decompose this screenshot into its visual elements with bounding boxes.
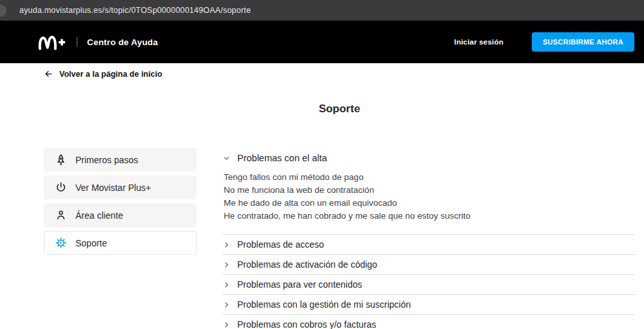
app-header: Centro de Ayuda Iniciar sesión SUSCRIBIR… (0, 21, 644, 63)
page-title: Soporte (44, 103, 635, 115)
sidebar-item-label: Área cliente (75, 210, 123, 221)
main-row: Primeros pasos Ver Movistar Plus+ Área c… (44, 148, 635, 329)
chevron-right-icon (222, 301, 231, 309)
accordion-row-label: Problemas con cobros y/o facturas (237, 319, 376, 329)
page-content: Volver a la página de inicio Soporte Pri… (0, 63, 644, 329)
sidebar: Primeros pasos Ver Movistar Plus+ Área c… (44, 148, 197, 329)
user-icon (54, 209, 67, 222)
chevron-right-icon (222, 261, 231, 269)
topic-link[interactable]: Me he dado de alta con un email equivoca… (224, 197, 635, 210)
collapsed-sections: Problemas de acceso Problemas de activac… (222, 234, 635, 329)
browser-url-bar: ayuda.movistarplus.es/s/topic/0TOSp00000… (0, 0, 644, 21)
accordion-section-label: Problemas con el alta (237, 153, 327, 163)
sidebar-item-ver-movistar-plus[interactable]: Ver Movistar Plus+ (44, 175, 197, 199)
accordion-row-problemas-de-activacion-de-codigo[interactable]: Problemas de activación de código (222, 254, 635, 274)
topics-panel: Problemas con el alta Tengo fallos con m… (222, 148, 635, 329)
arrow-left-icon (44, 69, 54, 79)
accordion-row-label: Problemas de acceso (237, 239, 324, 250)
power-icon (54, 181, 67, 194)
url-text[interactable]: ayuda.movistarplus.es/s/topic/0TOSp00000… (19, 6, 251, 15)
accordion-row-problemas-con-cobros-y-o-facturas[interactable]: Problemas con cobros y/o facturas (222, 314, 635, 329)
header-brand-title[interactable]: Centro de Ayuda (87, 37, 158, 47)
topic-links: Tengo fallos con mi método de pagoNo me … (224, 171, 635, 223)
gear-icon (54, 237, 67, 250)
login-link[interactable]: Iniciar sesión (454, 38, 503, 46)
topic-link[interactable]: He contratado, me han cobrado y me sale … (224, 210, 635, 223)
accordion-row-label: Problemas de activación de código (237, 259, 377, 270)
accordion-row-label: Problemas con la gestión de mi suscripci… (237, 299, 411, 310)
sidebar-item-label: Ver Movistar Plus+ (75, 183, 151, 193)
subscribe-button[interactable]: SUSCRIBIRME AHORA (532, 32, 634, 52)
sidebar-item-primeros-pasos[interactable]: Primeros pasos (44, 148, 197, 172)
sidebar-item-label: Primeros pasos (75, 155, 138, 165)
sidebar-item-area-cliente[interactable]: Área cliente (44, 203, 197, 227)
browser-tab-circle (0, 5, 6, 17)
topic-link[interactable]: No me funciona la web de contratación (224, 184, 635, 197)
chevron-right-icon (222, 321, 231, 329)
accordion-row-problemas-con-la-gestion-de-mi-suscripcion[interactable]: Problemas con la gestión de mi suscripci… (222, 294, 635, 314)
sidebar-item-label: Soporte (75, 238, 107, 248)
chevron-right-icon (222, 281, 231, 289)
header-divider (77, 37, 77, 47)
sidebar-item-soporte[interactable]: Soporte (44, 231, 197, 255)
back-link-label: Volver a la página de inicio (59, 70, 162, 79)
back-to-home-link[interactable]: Volver a la página de inicio (44, 69, 162, 79)
movistar-plus-logo-icon[interactable] (37, 34, 66, 51)
chevron-down-icon (222, 154, 231, 163)
accordion-section-problemas-con-el-alta[interactable]: Problemas con el alta (222, 153, 635, 163)
accordion-row-problemas-de-acceso[interactable]: Problemas de acceso (222, 234, 635, 254)
rocket-icon (54, 154, 67, 166)
topic-link[interactable]: Tengo fallos con mi método de pago (224, 171, 635, 184)
chevron-right-icon (222, 241, 231, 249)
accordion-row-label: Problemas para ver contenidos (237, 279, 362, 290)
accordion-row-problemas-para-ver-contenidos[interactable]: Problemas para ver contenidos (222, 274, 635, 294)
